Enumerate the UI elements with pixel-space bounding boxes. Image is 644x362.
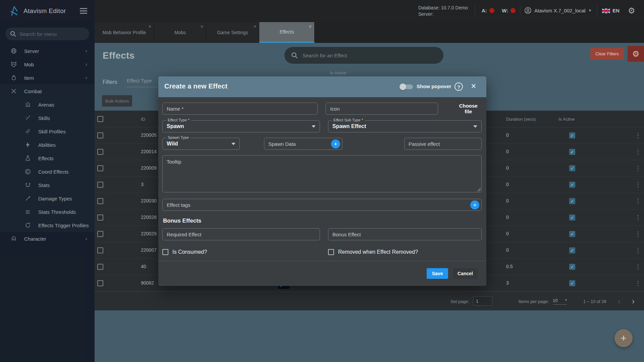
- modal-body: Name * Icon Choose file Effect Type * Sp…: [158, 97, 486, 255]
- dropdown-arrow-icon: [231, 143, 235, 145]
- effect-type-select[interactable]: Effect Type * Spawn: [162, 120, 320, 132]
- is-consumed-checkbox[interactable]: Is Consumed?: [162, 249, 328, 255]
- spawn-type-select[interactable]: Spawn Type Wild: [162, 138, 240, 150]
- name-field[interactable]: Name *: [162, 103, 318, 115]
- create-effect-modal: Create a new Effect Show popover ? × Nam…: [158, 76, 486, 286]
- cancel-button[interactable]: Cancel: [453, 268, 478, 279]
- close-icon[interactable]: ×: [471, 81, 476, 92]
- bonus-effect-field[interactable]: Bonus Effect: [328, 228, 482, 240]
- modal-title: Create a new Effect: [164, 82, 227, 90]
- required-effect-field[interactable]: Required Effect: [162, 228, 320, 240]
- effect-sub-type-select[interactable]: Effect Sub Type * Spawn Effect: [328, 120, 482, 132]
- atavism-editor-screen: Atavism Editor Database: 10.7.0 Demo Ser…: [0, 0, 644, 362]
- show-popover-label: Show popover: [417, 83, 451, 89]
- add-effect-tag-button[interactable]: +: [470, 200, 479, 209]
- choose-file-button[interactable]: Choose file: [455, 103, 482, 114]
- icon-field[interactable]: Icon: [326, 103, 438, 115]
- modal-header: Create a new Effect Show popover ? ×: [158, 76, 486, 97]
- tooltip-textarea[interactable]: Tooltip: [162, 155, 482, 192]
- passive-effect-field[interactable]: Passive effect: [404, 138, 482, 150]
- save-button[interactable]: Save: [427, 268, 448, 279]
- modal-footer: Save Cancel: [158, 261, 486, 286]
- effect-tags-field[interactable]: Effect tags +: [162, 199, 482, 211]
- add-spawn-data-button[interactable]: +: [331, 139, 340, 148]
- dropdown-arrow-icon: [312, 125, 316, 128]
- bonus-effects-heading: Bonus Effects: [163, 218, 482, 224]
- spawn-data-field[interactable]: Spawn Data +: [264, 138, 342, 150]
- dropdown-arrow-icon: [473, 125, 477, 128]
- help-icon[interactable]: ?: [454, 82, 463, 91]
- removed-when-effect-removed-checkbox[interactable]: Removed when Effect Removed?: [328, 249, 418, 255]
- resize-grip[interactable]: [477, 187, 481, 191]
- show-popover-toggle[interactable]: [400, 84, 413, 89]
